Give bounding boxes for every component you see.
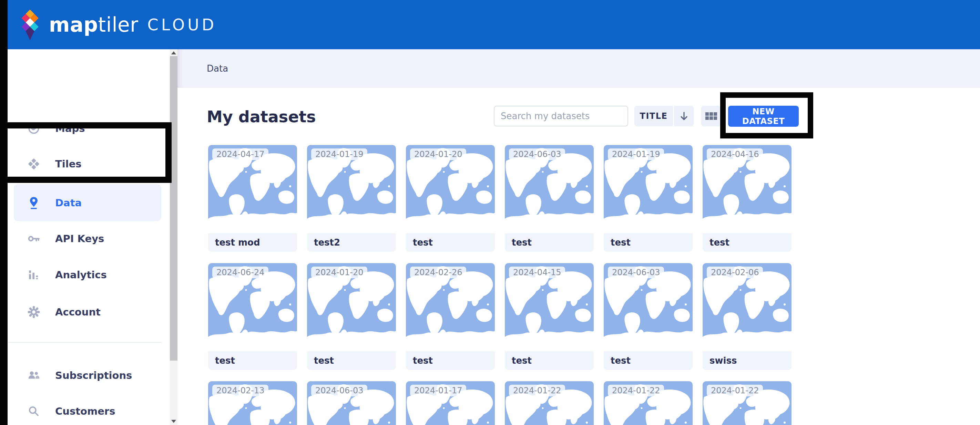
dataset-thumbnail: 2024-01-22 bbox=[505, 381, 594, 425]
dataset-date-badge: 2024-01-20 bbox=[410, 148, 466, 160]
dataset-card[interactable]: 2024-02-26 test bbox=[406, 263, 495, 370]
dataset-date-badge: 2024-04-16 bbox=[707, 148, 763, 160]
sidebar-nav: Maps Tiles Data bbox=[0, 49, 170, 425]
dataset-card[interactable]: 2024-04-17 test mod bbox=[208, 145, 297, 252]
dataset-title: test mod bbox=[208, 233, 297, 252]
grid-view-button[interactable] bbox=[701, 106, 721, 127]
dataset-title: test bbox=[604, 351, 693, 370]
dataset-date-badge: 2024-01-22 bbox=[707, 385, 763, 396]
dataset-thumbnail: 2024-06-03 bbox=[604, 263, 693, 351]
dataset-date-badge: 2024-01-19 bbox=[311, 148, 368, 160]
dataset-card[interactable]: 2024-04-16 test bbox=[703, 145, 792, 252]
sidebar-item-label: API Keys bbox=[55, 233, 104, 244]
dataset-date-badge: 2024-06-03 bbox=[608, 266, 664, 278]
sidebar-item-label: Analytics bbox=[55, 269, 107, 281]
dataset-date-badge: 2024-04-17 bbox=[212, 148, 269, 160]
dataset-card[interactable]: 2024-06-03 test bbox=[505, 145, 594, 252]
sidebar-item-api-keys[interactable]: API Keys bbox=[0, 224, 170, 253]
dataset-date-badge: 2024-01-22 bbox=[608, 385, 664, 396]
annotation-box-data-item bbox=[0, 122, 172, 183]
grid-view-icon bbox=[705, 112, 717, 120]
dataset-thumbnail: 2024-06-03 bbox=[307, 381, 396, 425]
dataset-title: test bbox=[703, 233, 792, 252]
dataset-card[interactable]: 2024-06-03 bbox=[307, 381, 396, 425]
sidebar-item-analytics[interactable]: Analytics bbox=[0, 260, 170, 289]
dataset-card[interactable]: 2024-01-20 test bbox=[307, 263, 396, 370]
dataset-thumbnail: 2024-01-22 bbox=[604, 381, 693, 425]
sort-by-title-button[interactable]: TITLE bbox=[635, 106, 673, 127]
dataset-card[interactable]: 2024-06-24 test bbox=[208, 263, 297, 370]
dataset-thumbnail: 2024-01-19 bbox=[604, 145, 693, 233]
dataset-title: test bbox=[406, 233, 495, 252]
map-pin-icon bbox=[27, 196, 41, 210]
dataset-thumbnail: 2024-04-15 bbox=[505, 263, 594, 351]
dataset-thumbnail: 2024-01-22 bbox=[703, 381, 792, 425]
search-input[interactable] bbox=[494, 106, 628, 127]
page-title: My datasets bbox=[207, 108, 316, 126]
dataset-thumbnail: 2024-06-24 bbox=[208, 263, 297, 351]
dataset-card[interactable]: 2024-01-22 bbox=[703, 381, 792, 425]
dataset-card[interactable]: 2024-01-20 test bbox=[406, 145, 495, 252]
sidebar-item-data[interactable]: Data bbox=[14, 184, 161, 221]
dataset-card[interactable]: 2024-06-03 test bbox=[604, 263, 693, 370]
app-header: maptiler CLOUD bbox=[0, 0, 980, 49]
scrollbar-down-arrow-icon[interactable] bbox=[171, 420, 176, 423]
brand-wordmark: maptiler CLOUD bbox=[49, 13, 217, 36]
sort-direction-button[interactable] bbox=[674, 106, 694, 127]
dataset-date-badge: 2024-02-13 bbox=[212, 385, 269, 396]
dataset-card[interactable]: 2024-02-06 swiss bbox=[703, 263, 792, 370]
dataset-date-badge: 2024-01-17 bbox=[410, 385, 466, 396]
scrollbar-up-arrow-icon[interactable] bbox=[171, 51, 176, 54]
arrow-down-icon bbox=[678, 111, 689, 122]
dataset-title: test bbox=[505, 351, 594, 370]
dataset-thumbnail: 2024-01-17 bbox=[406, 381, 495, 425]
dataset-title: test bbox=[604, 233, 693, 252]
annotation-box-new-dataset bbox=[720, 92, 813, 138]
brand-tiler: tiler bbox=[98, 13, 138, 36]
dataset-title: test bbox=[307, 351, 396, 370]
dataset-date-badge: 2024-04-15 bbox=[509, 266, 565, 278]
dataset-card[interactable]: 2024-01-19 test bbox=[604, 145, 693, 252]
breadcrumb: Data bbox=[207, 63, 228, 74]
sidebar-divider bbox=[8, 342, 162, 343]
key-icon bbox=[27, 232, 41, 246]
sidebar-item-label: Customers bbox=[55, 405, 115, 417]
dataset-thumbnail: 2024-02-06 bbox=[703, 263, 792, 351]
dataset-date-badge: 2024-01-19 bbox=[608, 148, 664, 160]
sidebar-scrollbar-thumb[interactable] bbox=[170, 56, 177, 361]
dataset-card[interactable]: 2024-01-22 bbox=[505, 381, 594, 425]
dataset-thumbnail: 2024-06-03 bbox=[505, 145, 594, 233]
sidebar-item-subscriptions[interactable]: Subscriptions bbox=[0, 361, 170, 390]
dataset-title: test bbox=[406, 351, 495, 370]
magnifier-icon bbox=[27, 404, 41, 418]
dataset-date-badge: 2024-06-03 bbox=[509, 148, 565, 160]
dataset-card[interactable]: 2024-01-19 test2 bbox=[307, 145, 396, 252]
sidebar-item-label: Subscriptions bbox=[55, 369, 132, 381]
brand-cloud: CLOUD bbox=[148, 16, 217, 34]
dataset-grid: 2024-04-17 test mod 2024-01-19 test2 bbox=[208, 145, 792, 425]
dataset-card[interactable]: 2024-01-22 bbox=[604, 381, 693, 425]
dataset-thumbnail: 2024-01-20 bbox=[406, 145, 495, 233]
maptiler-logo[interactable]: maptiler CLOUD bbox=[19, 8, 217, 41]
dataset-card[interactable]: 2024-04-15 test bbox=[505, 263, 594, 370]
sidebar-item-customers[interactable]: Customers bbox=[0, 397, 170, 425]
dataset-card[interactable]: 2024-02-13 bbox=[208, 381, 297, 425]
dataset-date-badge: 2024-01-22 bbox=[509, 385, 565, 396]
breadcrumb-bar: Data bbox=[177, 49, 980, 88]
gear-icon bbox=[27, 305, 41, 319]
bar-chart-icon bbox=[27, 268, 41, 282]
dataset-date-badge: 2024-02-26 bbox=[410, 266, 466, 278]
dataset-card[interactable]: 2024-01-17 bbox=[406, 381, 495, 425]
dataset-title: swiss bbox=[703, 351, 792, 370]
annotation-left-strip bbox=[0, 0, 8, 425]
people-icon bbox=[27, 368, 41, 382]
sidebar-item-account[interactable]: Account bbox=[0, 298, 170, 327]
dataset-thumbnail: 2024-04-16 bbox=[703, 145, 792, 233]
dataset-date-badge: 2024-06-24 bbox=[212, 266, 269, 278]
dataset-thumbnail: 2024-02-13 bbox=[208, 381, 297, 425]
dataset-title: test bbox=[505, 233, 594, 252]
dataset-thumbnail: 2024-04-17 bbox=[208, 145, 297, 233]
dataset-thumbnail: 2024-01-20 bbox=[307, 263, 396, 351]
dataset-title: test bbox=[208, 351, 297, 370]
sidebar-item-label: Account bbox=[55, 306, 100, 318]
